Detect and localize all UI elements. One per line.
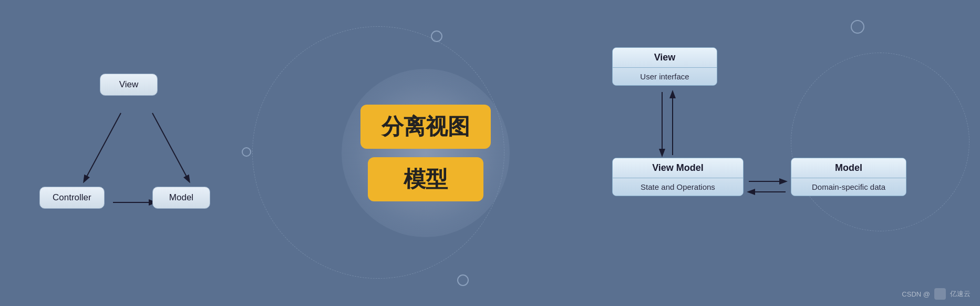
mvvm-diagram: View User interface View Model State and…	[591, 32, 927, 252]
view-to-controller-arrow	[84, 113, 121, 181]
csdn-label: CSDN @	[902, 290, 930, 298]
mvvm-model-body: Domain-specific data	[791, 178, 906, 196]
mvc-controller-label: Controller	[53, 192, 91, 202]
mvvm-viewmodel-header: View Model	[613, 158, 743, 178]
view-to-model-arrow	[152, 113, 189, 181]
mvvm-model-header: Model	[791, 158, 906, 178]
watermark: CSDN @ 亿速云	[902, 288, 971, 300]
mvc-controller-box: Controller	[39, 187, 105, 209]
yiyun-label: 亿速云	[950, 289, 971, 299]
mvc-model-label: Model	[169, 192, 193, 202]
mvvm-view-body: User interface	[613, 68, 717, 85]
mvvm-viewmodel-body: State and Operations	[613, 178, 743, 196]
mvc-model-box: Model	[152, 187, 210, 209]
chinese-label-1: 分离视图	[360, 105, 491, 149]
mvvm-view-box: View User interface	[612, 47, 717, 86]
yiyun-icon	[934, 288, 946, 300]
mvvm-viewmodel-box: View Model State and Operations	[612, 158, 744, 196]
mvc-view-box: View	[100, 74, 158, 96]
center-circle-bg	[342, 69, 510, 237]
mvc-arrows	[32, 42, 252, 242]
mvc-view-label: View	[119, 79, 139, 89]
mvc-diagram: View Controller Model	[32, 42, 252, 242]
mvvm-view-header: View	[613, 48, 717, 68]
mvvm-model-box: Model Domain-specific data	[791, 158, 906, 196]
chinese-label-2: 模型	[368, 157, 483, 201]
center-section: 分离视图 模型	[305, 0, 546, 306]
